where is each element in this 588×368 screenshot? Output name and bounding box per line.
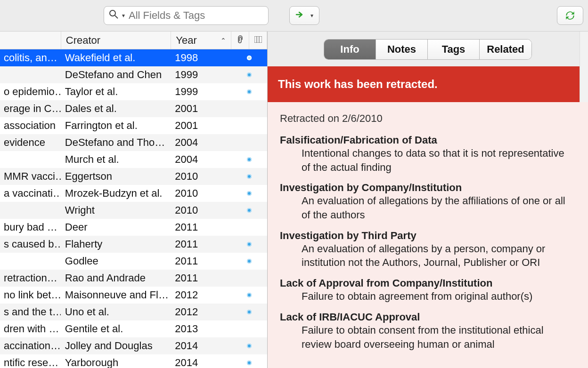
table-row[interactable]: a vaccinati…Mrozek-Budzyn et al.2010 <box>0 185 267 202</box>
tab-info[interactable]: Info <box>324 40 376 59</box>
table-row[interactable]: Godlee2011 <box>0 253 267 270</box>
cell-title: o epidemio… <box>0 83 61 100</box>
cell-creator: Jolley and Douglas <box>61 337 172 354</box>
arrow-right-icon <box>295 9 304 22</box>
table-row[interactable]: colitis, an…Wakefield et al.1998 <box>0 49 267 66</box>
locate-button[interactable]: ▾ <box>289 6 319 25</box>
cell-creator: Godlee <box>61 253 172 270</box>
column-headers: Creator Year ⌃ <box>0 32 267 49</box>
cell-year: 1999 <box>171 66 231 83</box>
search-icon <box>109 9 118 22</box>
column-creator[interactable]: Creator <box>61 32 172 49</box>
cell-year: 2001 <box>171 100 231 117</box>
cell-creator: Eggertson <box>61 168 172 185</box>
attachment-dot-icon <box>247 242 252 247</box>
cell-year: 2011 <box>171 270 231 287</box>
table-row[interactable]: Wright2010 <box>0 202 267 219</box>
reason-description: Failure to obtain agreement from origina… <box>280 289 576 304</box>
cell-title: evidence <box>0 134 61 151</box>
retraction-banner: This work has been retracted. <box>268 66 588 102</box>
cell-creator: Uno et al. <box>61 304 172 320</box>
cell-year: 2012 <box>171 304 231 320</box>
table-row[interactable]: no link bet…Maisonneuve and Fl…2012 <box>0 287 267 304</box>
search-field[interactable]: ▾ <box>104 6 269 25</box>
toolbar: ▾ ▾ <box>0 0 588 31</box>
cell-year: 2004 <box>171 151 231 168</box>
table-row[interactable]: MMR vacci…Eggertson2010 <box>0 168 267 185</box>
attachment-dot-icon <box>247 72 252 77</box>
cell-creator: DeStefano and Tho… <box>61 134 172 151</box>
cell-year: 2011 <box>171 253 231 270</box>
cell-year: 2010 <box>171 202 231 219</box>
attachment-dot-icon <box>247 191 252 196</box>
cell-attachment <box>231 66 267 83</box>
svg-line-1 <box>115 16 118 18</box>
cell-attachment <box>231 168 267 185</box>
table-row[interactable]: dren with …Gentile et al.2013 <box>0 320 267 337</box>
cell-year: 2014 <box>171 337 231 354</box>
table-row[interactable]: associationFarrington et al.2001 <box>0 117 267 134</box>
table-row[interactable]: evidenceDeStefano and Tho…2004 <box>0 134 267 151</box>
table-row[interactable]: DeStefano and Chen1999 <box>0 66 267 83</box>
search-input[interactable] <box>129 9 263 22</box>
column-year[interactable]: Year ⌃ <box>171 32 231 49</box>
attachment-dot-icon <box>247 208 252 213</box>
table-row[interactable]: s and the t…Uno et al.2012 <box>0 304 267 320</box>
items-table-body: colitis, an…Wakefield et al.1998DeStefan… <box>0 49 267 368</box>
cell-year: 2004 <box>171 134 231 151</box>
paperclip-icon <box>237 35 244 46</box>
svg-rect-2 <box>254 36 262 43</box>
cell-attachment <box>231 100 267 117</box>
cell-year: 2010 <box>171 185 231 202</box>
columns-icon <box>254 36 262 45</box>
reason-title: Falsification/Fabrication of Data <box>280 134 576 146</box>
cell-year: 2010 <box>171 168 231 185</box>
tab-notes[interactable]: Notes <box>376 40 428 59</box>
cell-title: colitis, an… <box>0 49 61 66</box>
chevron-down-icon: ▾ <box>122 12 125 19</box>
table-row[interactable]: ntific rese…Yarborough2014 <box>0 354 267 368</box>
cell-title: association <box>0 117 61 134</box>
cell-title: dren with … <box>0 320 61 337</box>
cell-title: retraction… <box>0 270 61 287</box>
attachment-dot-icon <box>247 293 252 297</box>
table-row[interactable]: s caused b…Flaherty2011 <box>0 236 267 253</box>
attachment-dot-icon <box>247 174 252 179</box>
cell-attachment <box>231 83 267 100</box>
cell-year: 2011 <box>171 219 231 236</box>
column-picker[interactable] <box>249 32 267 49</box>
cell-creator: Rao and Andrade <box>61 270 172 287</box>
column-title[interactable] <box>0 32 61 49</box>
table-row[interactable]: Murch et al.2004 <box>0 151 267 168</box>
attachment-dot-icon <box>247 360 252 365</box>
table-row[interactable]: accination…Jolley and Douglas2014 <box>0 337 267 354</box>
cell-attachment <box>231 320 267 337</box>
cell-title <box>0 66 61 83</box>
retraction-reason: Lack of IRB/IACUC ApprovalFailure to obt… <box>280 311 576 351</box>
column-attachment[interactable] <box>231 32 249 49</box>
sync-button[interactable] <box>557 6 583 25</box>
table-row[interactable]: retraction…Rao and Andrade2011 <box>0 270 267 287</box>
detail-tabs: InfoNotesTagsRelated <box>324 39 532 60</box>
tab-tags[interactable]: Tags <box>428 40 480 59</box>
cell-attachment <box>231 151 267 168</box>
attachment-dot-icon <box>247 310 252 314</box>
column-year-label: Year <box>176 34 196 47</box>
tab-related[interactable]: Related <box>480 40 531 59</box>
table-row[interactable]: o epidemio…Taylor et al.1999 <box>0 83 267 100</box>
cell-title: no link bet… <box>0 287 61 304</box>
sync-icon <box>564 9 576 22</box>
detail-tabs-wrap: InfoNotesTagsRelated <box>268 32 588 60</box>
cell-attachment <box>231 253 267 270</box>
cell-attachment <box>231 202 267 219</box>
reason-description: Failure to obtain consent from the insti… <box>280 323 576 351</box>
attachment-dot-icon <box>247 56 252 60</box>
cell-creator: Yarborough <box>61 354 172 368</box>
cell-attachment <box>231 185 267 202</box>
cell-year: 2001 <box>171 117 231 134</box>
reason-title: Lack of Approval from Company/Institutio… <box>280 277 576 289</box>
table-row[interactable]: bury bad …Deer2011 <box>0 219 267 236</box>
reason-description: Intentional changes to data so that it i… <box>280 146 576 174</box>
table-row[interactable]: erage in C…Dales et al.2001 <box>0 100 267 117</box>
cell-creator: Mrozek-Budzyn et al. <box>61 185 172 202</box>
